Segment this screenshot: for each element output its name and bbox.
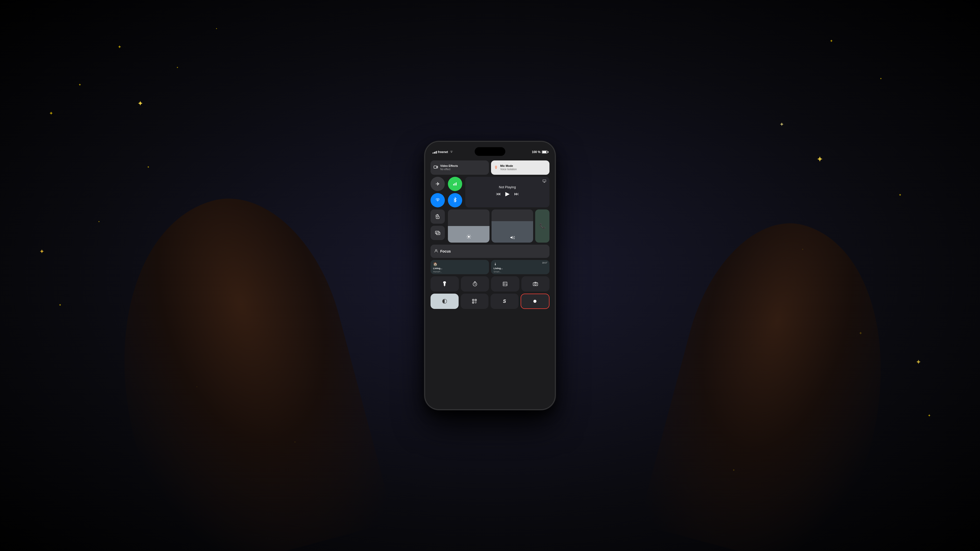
home-tile-2-icon: 🌡 [493,262,547,266]
bluetooth-button[interactable] [448,193,462,207]
svg-rect-11 [435,231,439,233]
flashlight-button[interactable] [431,276,459,292]
deco-star: ✦ [830,38,833,43]
svg-point-41 [535,283,536,285]
deco-star: ✦ [899,193,902,197]
brightness-slider[interactable] [448,210,490,243]
svg-rect-36 [505,284,506,284]
svg-rect-35 [506,283,507,283]
focus-label: Focus [440,249,451,253]
signal-bars [433,151,437,154]
row-utility-2: S [431,294,549,309]
dark-mode-button[interactable] [431,294,458,309]
screen-mirror-button[interactable] [431,226,445,240]
svg-rect-23 [444,283,445,286]
deco-star: ✦ [928,413,931,418]
mic-mode-label: Mic Mode [500,164,517,168]
timer-button[interactable] [461,276,489,292]
svg-rect-34 [505,283,506,283]
now-playing-title: Not Playing [468,185,546,189]
svg-line-21 [470,235,470,236]
video-effects-text: Video Effects No effect [440,164,458,171]
screen-record-button[interactable] [520,294,550,309]
next-button[interactable]: ⏭ [514,191,519,197]
deco-star-large: ✦ [137,99,143,108]
lock-mirror-col [431,210,446,243]
home-tile-1[interactable]: 🏠 Living... HomeP... [431,260,489,274]
deco-star: ✦ [118,44,121,50]
now-playing-header [468,179,546,184]
phone-icon: 📞 [539,223,546,229]
svg-rect-48 [473,302,473,303]
carrier-name: freenet [438,150,448,154]
svg-rect-46 [473,300,473,300]
prev-button[interactable]: ⏮ [496,191,501,197]
svg-line-18 [467,235,468,236]
deco-star-large: ✦ [39,248,45,255]
row-top-tiles: Video Effects No effect 🎙 Mic Mode Voice… [431,160,549,175]
phone-wrapper: freenet 100 % [425,141,555,410]
cellular-button[interactable] [448,177,462,191]
svg-rect-31 [504,283,504,283]
mic-mode-text: Mic Mode Voice Isolation [500,164,517,171]
sliders-area [448,210,533,243]
svg-rect-2 [455,183,455,186]
wifi-button[interactable] [431,193,445,207]
shazam-icon: S [503,299,506,304]
svg-rect-32 [504,284,504,284]
phone-button[interactable]: 📞 [535,210,549,243]
bluetooth-icon [453,197,457,203]
airplane-mode-button[interactable]: ✈ [431,177,445,191]
calculator-button[interactable] [491,276,519,292]
code-scanner-button[interactable] [461,294,489,309]
svg-rect-3 [456,183,457,186]
svg-point-13 [468,236,469,238]
svg-point-42 [537,283,537,283]
deco-star: ✦ [859,330,862,336]
signal-bar-3 [435,151,436,154]
video-effects-tile[interactable]: Video Effects No effect [431,160,489,175]
deco-star: ✦ [98,221,100,223]
screen-lock-button[interactable] [431,210,445,224]
status-left: freenet [433,150,453,154]
svg-line-19 [470,238,470,238]
battery-icon [542,151,547,154]
deco-star: ✦ [196,386,198,388]
svg-rect-38 [505,285,506,285]
cellular-icon [453,181,457,187]
signal-bar-1 [433,152,433,154]
svg-rect-37 [506,284,507,284]
volume-icon [510,236,515,240]
mic-mode-tile[interactable]: 🎙 Mic Mode Voice Isolation [491,160,549,175]
status-right: 100 % [532,150,547,154]
deco-star-large: ✦ [816,154,823,164]
home-tile-2[interactable]: 18.0° 🌡 Living... Smart... [491,260,549,274]
svg-point-22 [435,249,437,251]
home-tile-1-name: Living... [433,267,487,270]
focus-tile[interactable]: Focus [431,245,549,258]
brightness-icon [466,234,471,240]
signal-bar-2 [434,152,434,154]
airplay-icon[interactable] [542,179,546,184]
now-playing-tile[interactable]: Not Playing ⏮ ▶ ⏭ [465,177,549,207]
svg-line-27 [475,284,476,285]
connectivity-grid: ✈ [431,177,463,207]
video-effects-icon [434,165,438,170]
play-button[interactable]: ▶ [505,191,510,197]
camera-button[interactable] [522,276,550,292]
battery-icon-container [542,151,547,154]
volume-slider[interactable] [492,210,533,243]
row-controls: 📞 [431,210,549,243]
mic-mode-sub: Voice Isolation [500,168,517,171]
battery-percent: 100 % [532,150,541,154]
deco-star: ✦ [294,441,296,443]
svg-rect-0 [434,166,437,168]
row-connectivity: ✈ [431,177,549,207]
dynamic-island [475,147,505,156]
focus-icon [434,249,438,254]
deco-star: ✦ [216,27,218,30]
deco-star: ✦ [732,468,735,472]
wifi-status-icon [450,150,453,154]
shazam-button[interactable]: S [490,294,519,309]
home-tile-2-temp: 18.0° [542,262,547,264]
